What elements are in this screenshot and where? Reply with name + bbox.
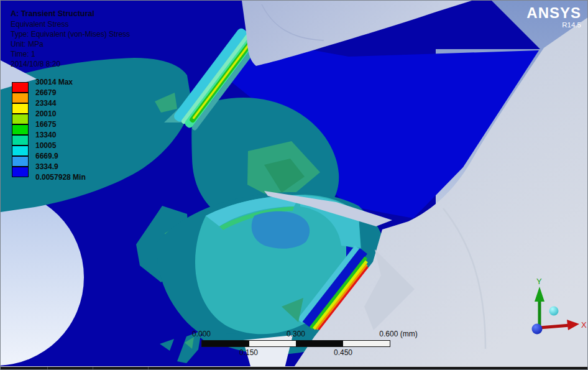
legend-value: 6669.9: [35, 152, 58, 160]
scale-bar-segment: [202, 341, 249, 346]
legend-swatch: [12, 135, 29, 146]
legend-swatch: [12, 82, 29, 93]
scale-tick-label: 0.600 (mm): [379, 330, 417, 338]
scale-tick-label: 0.000: [192, 330, 211, 338]
legend-swatch: [12, 124, 29, 135]
legend-value: 10005: [35, 141, 56, 150]
analysis-title: A: Transient Structural: [11, 9, 130, 19]
x-axis-arrow-shaft: [540, 325, 570, 328]
legend-value: 3334.9: [35, 162, 58, 171]
result-info-block: A: Transient Structural Equivalent Stres…: [11, 9, 130, 69]
legend-swatch: [12, 146, 29, 156]
legend-value: 0.0057928 Min: [35, 173, 86, 182]
legend-swatch: [12, 156, 29, 167]
result-datetime: 2014/10/8 8:20: [11, 59, 130, 69]
legend-swatch: [12, 103, 29, 114]
result-unit: Unit: MPa: [11, 39, 130, 49]
legend-value: 23344: [35, 99, 56, 108]
x-axis-label: X: [581, 320, 587, 330]
legend-value: 30014 Max: [35, 78, 73, 86]
y-axis-label: Y: [536, 277, 542, 286]
result-name: Equivalent Stress: [11, 19, 130, 29]
scale-bar-segment: [342, 341, 390, 346]
scale-ruler: [201, 340, 390, 347]
legend-swatch: [12, 93, 29, 103]
y-axis-arrow-head: [535, 287, 544, 302]
scale-bar-segment: [296, 341, 343, 346]
scale-bar-segment: [249, 341, 296, 346]
z-axis-ball: [532, 324, 543, 335]
scale-tick-label: 0.450: [334, 348, 352, 357]
iso-view-ball: [549, 307, 559, 316]
x-axis-arrow-head: [567, 320, 579, 330]
result-time: Time: 1: [11, 49, 130, 59]
result-type: Type: Equivalent (von-Mises) Stress: [11, 29, 130, 39]
legend-swatch: [12, 167, 29, 177]
stress-legend: 30014 Max2667923344200101667513340100056…: [12, 82, 105, 188]
tooth-blue-blob: [252, 211, 310, 249]
legend-swatch: [12, 114, 29, 124]
brand-block: ANSYS R14.5: [526, 6, 581, 29]
orientation-triad[interactable]: Y X: [515, 275, 588, 338]
scale-tick-label: 0.300: [287, 330, 305, 338]
legend-value: 13340: [35, 131, 56, 139]
legend-value: 26679: [35, 88, 56, 97]
ansys-logo: ANSYS: [526, 6, 581, 21]
scale-tick-label: 0.150: [239, 348, 258, 357]
legend-value: 16675: [35, 120, 56, 129]
ansys-version: R14.5: [526, 21, 581, 29]
window-resize-strip: [1, 366, 587, 369]
ansys-viewport-window: A: Transient Structural Equivalent Stres…: [0, 0, 588, 370]
legend-value: 20010: [35, 109, 56, 118]
